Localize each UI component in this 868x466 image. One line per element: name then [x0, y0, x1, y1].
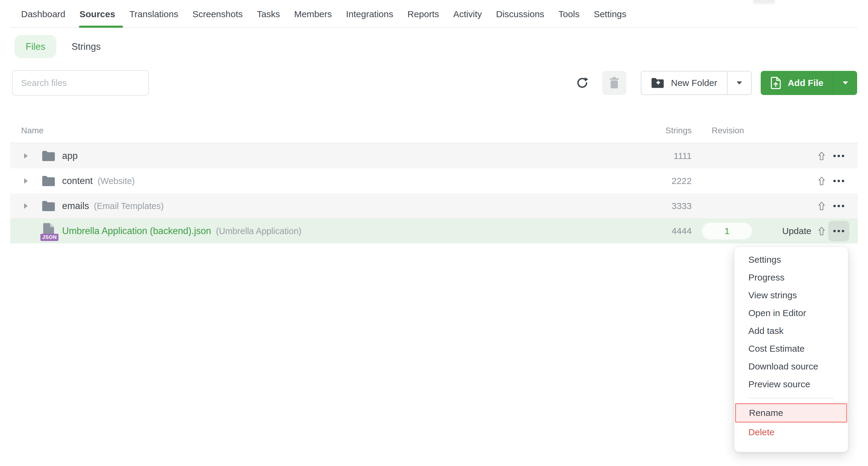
menu-item-rename[interactable]: Rename	[735, 403, 847, 423]
nav-tools[interactable]: Tools	[558, 9, 580, 27]
toolbar: New Folder Add File	[12, 70, 857, 96]
clipped-top-element	[753, 0, 775, 2]
tab-strings[interactable]: Strings	[71, 41, 100, 52]
delete-selected-button[interactable]	[602, 71, 626, 95]
dot	[838, 205, 840, 207]
dot	[842, 205, 844, 207]
table-row-umbrella-json[interactable]: JSON Umbrella Application (backend).json…	[10, 219, 858, 243]
menu-item-cost-estimate[interactable]: Cost Estimate	[735, 340, 848, 357]
menu-item-download-source[interactable]: Download source	[735, 357, 848, 375]
table-row-content[interactable]: content (Website) 2222	[10, 168, 858, 193]
folder-note: (Email Templates)	[94, 201, 164, 211]
dot	[842, 230, 844, 232]
upload-icon[interactable]	[818, 227, 825, 236]
column-header-revision: Revision	[704, 126, 752, 136]
folder-note: (Website)	[98, 176, 135, 186]
nav-integrations[interactable]: Integrations	[346, 9, 393, 27]
add-file-split-button: Add File	[761, 71, 857, 95]
row-menu-button[interactable]	[828, 196, 849, 216]
folder-icon	[41, 175, 56, 187]
dot	[842, 155, 844, 157]
nav-translations[interactable]: Translations	[129, 9, 178, 27]
new-folder-label: New Folder	[671, 78, 717, 88]
file-context-menu: Settings Progress View strings Open in E…	[734, 247, 848, 452]
expand-caret-icon[interactable]	[24, 178, 28, 184]
folder-name[interactable]: emails	[62, 201, 89, 211]
view-tabs: Files Strings	[14, 35, 868, 58]
nav-discussions[interactable]: Discussions	[496, 9, 544, 27]
dot	[842, 180, 844, 182]
nav-screenshots[interactable]: Screenshots	[192, 9, 243, 27]
refresh-button[interactable]	[576, 76, 589, 90]
files-table: Name Strings Revision app 1111	[10, 126, 858, 243]
strings-count: 3333	[672, 201, 692, 211]
new-folder-split-button: New Folder	[641, 71, 751, 95]
row-menu-button[interactable]	[828, 171, 849, 191]
dot	[833, 205, 836, 207]
table-row-emails[interactable]: emails (Email Templates) 3333	[10, 193, 858, 219]
nav-reports[interactable]: Reports	[407, 9, 439, 27]
strings-count: 4444	[672, 226, 692, 236]
table-header: Name Strings Revision	[10, 126, 858, 143]
file-note: (Umbrella Application)	[216, 226, 302, 236]
json-badge: JSON	[40, 234, 59, 241]
refresh-icon	[576, 77, 589, 89]
folder-name[interactable]: content	[62, 176, 93, 186]
expand-caret-icon[interactable]	[24, 153, 28, 159]
folder-name[interactable]: app	[62, 150, 78, 162]
row-menu-button[interactable]	[828, 146, 849, 166]
toolbar-actions: New Folder Add File	[576, 71, 857, 95]
nav-settings[interactable]: Settings	[594, 9, 626, 27]
menu-item-add-task[interactable]: Add task	[735, 322, 848, 340]
dot	[833, 180, 836, 182]
chevron-down-icon	[843, 82, 848, 84]
folder-icon	[41, 200, 56, 212]
dot	[833, 155, 836, 157]
add-file-button[interactable]: Add File	[761, 71, 833, 95]
dot	[838, 230, 840, 232]
menu-item-open-in-editor[interactable]: Open in Editor	[735, 304, 848, 322]
nav-activity[interactable]: Activity	[453, 9, 482, 27]
tab-files[interactable]: Files	[14, 35, 56, 58]
add-file-label: Add File	[788, 78, 824, 88]
menu-item-settings[interactable]: Settings	[735, 251, 848, 268]
expand-caret-icon[interactable]	[24, 203, 28, 209]
dot	[838, 180, 840, 182]
menu-item-view-strings[interactable]: View strings	[735, 286, 848, 304]
menu-divider	[748, 398, 834, 399]
upload-icon[interactable]	[818, 202, 825, 210]
new-folder-icon	[651, 77, 664, 89]
json-file-icon: JSON	[42, 223, 58, 239]
row-menu-button-active[interactable]	[828, 221, 849, 241]
sources-files-page: Dashboard Sources Translations Screensho…	[0, 0, 868, 466]
new-folder-dropdown-button[interactable]	[727, 71, 751, 94]
table-row-app[interactable]: app 1111	[10, 143, 858, 168]
upload-icon[interactable]	[818, 176, 825, 185]
menu-item-preview-source[interactable]: Preview source	[735, 375, 848, 393]
new-folder-button[interactable]: New Folder	[641, 71, 727, 94]
nav-members[interactable]: Members	[294, 9, 332, 27]
nav-sources[interactable]: Sources	[80, 9, 115, 27]
menu-item-delete[interactable]: Delete	[735, 423, 848, 441]
dot	[838, 155, 840, 157]
upload-icon[interactable]	[818, 151, 825, 161]
project-nav: Dashboard Sources Translations Screensho…	[10, 0, 858, 28]
folder-icon	[41, 150, 56, 162]
add-file-icon	[770, 76, 781, 90]
nav-dashboard[interactable]: Dashboard	[21, 9, 65, 27]
search-input[interactable]	[12, 70, 149, 96]
dot	[833, 230, 836, 232]
revision-badge[interactable]: 1	[702, 223, 752, 239]
nav-tasks[interactable]: Tasks	[257, 9, 280, 27]
file-name-link[interactable]: Umbrella Application (backend).json	[62, 226, 211, 236]
chevron-down-icon	[737, 82, 742, 84]
add-file-dropdown-button[interactable]	[834, 71, 857, 95]
column-header-name: Name	[21, 126, 44, 136]
strings-count: 1111	[674, 151, 692, 161]
trash-icon	[609, 77, 620, 89]
menu-item-progress[interactable]: Progress	[735, 268, 848, 286]
strings-count: 2222	[672, 176, 692, 186]
column-header-strings: Strings	[665, 126, 692, 136]
update-link[interactable]: Update	[782, 226, 811, 236]
